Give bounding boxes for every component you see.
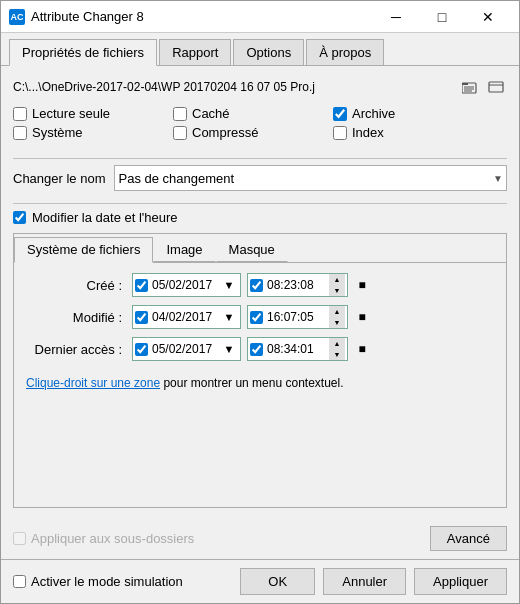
app-icon: AC: [9, 9, 25, 25]
modifier-date-row: Modifier la date et l'heure: [13, 210, 507, 225]
cree-time-down[interactable]: ▼: [329, 285, 345, 296]
cree-date-input[interactable]: [150, 274, 218, 296]
acces-time-checkbox[interactable]: [250, 343, 263, 356]
modifie-copy-button[interactable]: ■: [354, 305, 370, 329]
modifie-time-input[interactable]: [265, 306, 327, 328]
acces-time-spin: ▲ ▼: [329, 338, 345, 360]
cree-time-checkbox[interactable]: [250, 279, 263, 292]
bottom-section: Appliquer aux sous-dossiers Avancé: [1, 518, 519, 559]
hint-text: Clique-droit sur une zone pour montrer u…: [26, 375, 494, 392]
compresse-item[interactable]: Compressé: [173, 125, 333, 140]
systeme-checkbox[interactable]: [13, 126, 27, 140]
acces-date-cal-button[interactable]: ▼: [220, 338, 238, 360]
file-attributes: Lecture seule Caché Archive Système: [13, 106, 507, 144]
changer-nom-label: Changer le nom: [13, 171, 106, 186]
cache-item[interactable]: Caché: [173, 106, 333, 121]
modifie-date-checkbox[interactable]: [135, 311, 148, 324]
archive-item[interactable]: Archive: [333, 106, 493, 121]
main-window: AC Attribute Changer 8 ─ □ ✕ Propriétés …: [0, 0, 520, 604]
modifie-time-up[interactable]: ▲: [329, 306, 345, 317]
filepath-icons: [459, 76, 507, 98]
checkbox-row-2: Système Compressé Index: [13, 125, 507, 140]
compresse-checkbox[interactable]: [173, 126, 187, 140]
acces-time-down[interactable]: ▼: [329, 349, 345, 360]
modifie-time-down[interactable]: ▼: [329, 317, 345, 328]
modifie-date-input[interactable]: [150, 306, 218, 328]
acces-time-input[interactable]: [265, 338, 327, 360]
modifie-date-cal-button[interactable]: ▼: [220, 306, 238, 328]
simulate-row: Activer le mode simulation: [13, 574, 232, 589]
modifie-label: Modifié :: [26, 310, 126, 325]
lecture-seule-label: Lecture seule: [32, 106, 110, 121]
apply-subdir-item: Appliquer aux sous-dossiers: [13, 531, 194, 546]
cache-checkbox[interactable]: [173, 107, 187, 121]
cree-time-input[interactable]: [265, 274, 327, 296]
index-label: Index: [352, 125, 384, 140]
date-row-cree: Créé : ▼ ▲ ▼ ■: [26, 273, 494, 297]
inner-tab-masque[interactable]: Masque: [216, 237, 288, 262]
simulate-checkbox[interactable]: [13, 575, 26, 588]
titlebar: AC Attribute Changer 8 ─ □ ✕: [1, 1, 519, 33]
modifie-time-checkbox[interactable]: [250, 311, 263, 324]
apply-button[interactable]: Appliquer: [414, 568, 507, 595]
inner-tabs-row: Système de fichiers Image Masque: [14, 234, 506, 263]
minimize-button[interactable]: ─: [373, 1, 419, 33]
cache-label: Caché: [192, 106, 230, 121]
separator-1: [13, 158, 507, 159]
main-tabs: Propriétés de fichiers Rapport Options À…: [1, 33, 519, 66]
window-controls: ─ □ ✕: [373, 1, 511, 33]
cree-date-cal-button[interactable]: ▼: [220, 274, 238, 296]
acces-date-input[interactable]: [150, 338, 218, 360]
archive-checkbox[interactable]: [333, 107, 347, 121]
inner-tab-image[interactable]: Image: [153, 237, 215, 262]
acces-label: Dernier accès :: [26, 342, 126, 357]
tab-rapport[interactable]: Rapport: [159, 39, 231, 65]
close-button[interactable]: ✕: [465, 1, 511, 33]
browse-folder-button[interactable]: [485, 76, 507, 98]
footer: Activer le mode simulation OK Annuler Ap…: [1, 560, 519, 603]
tab-options[interactable]: Options: [233, 39, 304, 65]
acces-time-up[interactable]: ▲: [329, 338, 345, 349]
modifie-date-field: ▼: [132, 305, 241, 329]
acces-time-field: ▲ ▼: [247, 337, 348, 361]
acces-date-field: ▼: [132, 337, 241, 361]
inner-tab-systeme[interactable]: Système de fichiers: [14, 237, 153, 263]
browse-files-button[interactable]: [459, 76, 481, 98]
acces-date-checkbox[interactable]: [135, 343, 148, 356]
cree-label: Créé :: [26, 278, 126, 293]
cree-time-up[interactable]: ▲: [329, 274, 345, 285]
systeme-item[interactable]: Système: [13, 125, 173, 140]
index-item[interactable]: Index: [333, 125, 493, 140]
apply-subdir-checkbox[interactable]: [13, 532, 26, 545]
svg-rect-1: [462, 83, 468, 85]
modifier-date-checkbox[interactable]: [13, 211, 26, 224]
tab-apropos[interactable]: À propos: [306, 39, 384, 65]
cree-copy-button[interactable]: ■: [354, 273, 370, 297]
cancel-button[interactable]: Annuler: [323, 568, 406, 595]
checkbox-row-1: Lecture seule Caché Archive: [13, 106, 507, 121]
hint-link[interactable]: Clique-droit sur une zone: [26, 376, 160, 390]
changer-nom-select[interactable]: Pas de changement Majuscules Minuscules: [114, 165, 508, 191]
modifier-date-label: Modifier la date et l'heure: [32, 210, 178, 225]
index-checkbox[interactable]: [333, 126, 347, 140]
simulate-label: Activer le mode simulation: [31, 574, 183, 589]
lecture-seule-checkbox[interactable]: [13, 107, 27, 121]
window-title: Attribute Changer 8: [31, 9, 373, 24]
systeme-label: Système: [32, 125, 83, 140]
inner-tab-content: Créé : ▼ ▲ ▼ ■: [14, 263, 506, 507]
avance-button[interactable]: Avancé: [430, 526, 507, 551]
tab-proprietes[interactable]: Propriétés de fichiers: [9, 39, 157, 66]
modifie-time-field: ▲ ▼: [247, 305, 348, 329]
filepath-text: C:\...\OneDrive-2017-02-04\WP 20170204 1…: [13, 80, 455, 94]
acces-copy-button[interactable]: ■: [354, 337, 370, 361]
maximize-button[interactable]: □: [419, 1, 465, 33]
ok-button[interactable]: OK: [240, 568, 315, 595]
cree-date-checkbox[interactable]: [135, 279, 148, 292]
cree-date-field: ▼: [132, 273, 241, 297]
apply-subdir-label: Appliquer aux sous-dossiers: [31, 531, 194, 546]
date-row-modifie: Modifié : ▼ ▲ ▼ ■: [26, 305, 494, 329]
lecture-seule-item[interactable]: Lecture seule: [13, 106, 173, 121]
filepath-row: C:\...\OneDrive-2017-02-04\WP 20170204 1…: [13, 76, 507, 98]
apply-avance-row: Appliquer aux sous-dossiers Avancé: [13, 526, 507, 551]
datetime-panel: Système de fichiers Image Masque Créé : …: [13, 233, 507, 508]
